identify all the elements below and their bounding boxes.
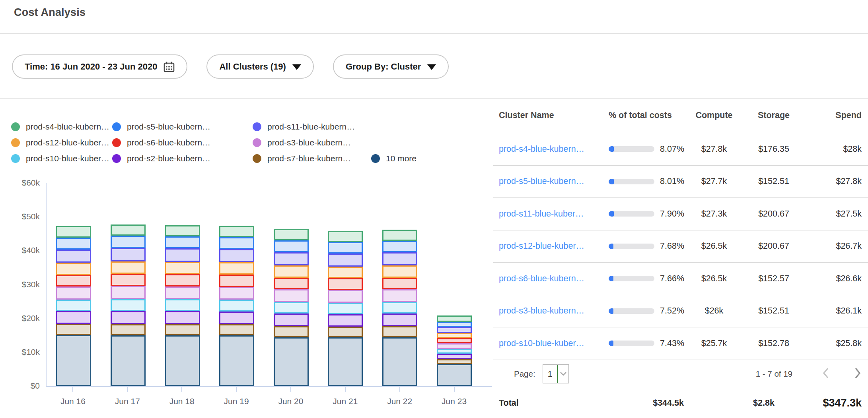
bar-segment[interactable] — [165, 236, 200, 249]
bar-segment[interactable] — [274, 337, 309, 387]
bar-segment[interactable] — [56, 311, 91, 324]
bar-segment[interactable] — [219, 335, 254, 386]
bar-segment[interactable] — [274, 278, 309, 290]
bar-segment[interactable] — [437, 354, 472, 359]
bar-segment[interactable] — [328, 327, 363, 337]
bar-segment[interactable] — [165, 286, 200, 299]
bar-segment[interactable] — [328, 231, 363, 242]
time-range-button[interactable]: Time: 16 Jun 2020 - 23 Jun 2020 — [12, 54, 187, 79]
bar-segment[interactable] — [437, 338, 472, 343]
legend-item[interactable]: prod-s5-blue-kubern… — [112, 119, 210, 135]
bar-segment[interactable] — [165, 225, 200, 236]
bar-segment[interactable] — [56, 286, 91, 299]
bar-segment[interactable] — [382, 265, 417, 278]
bar-segment[interactable] — [274, 326, 309, 337]
bar-segment[interactable] — [274, 229, 309, 240]
bar-segment[interactable] — [382, 314, 417, 326]
bar-segment[interactable] — [274, 302, 309, 314]
bar-segment[interactable] — [437, 322, 472, 327]
bar-segment[interactable] — [56, 300, 91, 311]
bar-segment[interactable] — [111, 248, 146, 261]
bar-segment[interactable] — [382, 278, 417, 290]
bar-segment[interactable] — [165, 248, 200, 261]
bar-segment[interactable] — [382, 241, 417, 253]
bar-segment[interactable] — [165, 274, 200, 286]
legend-item[interactable]: prod-s3-blue-kubern… — [253, 135, 351, 151]
bar-segment[interactable] — [111, 311, 146, 324]
bar-segment[interactable] — [382, 289, 417, 302]
bar-segment[interactable] — [56, 275, 91, 287]
bar-segment[interactable] — [219, 275, 254, 287]
bar-segment[interactable] — [437, 349, 472, 354]
bar-segment[interactable] — [219, 226, 254, 237]
cluster-name-link[interactable]: prod-s4-blue-kubern… — [499, 144, 584, 154]
bar-segment[interactable] — [382, 230, 417, 241]
prev-page-button[interactable] — [821, 367, 831, 381]
bar-segment[interactable] — [382, 252, 417, 265]
bar-segment[interactable] — [437, 327, 472, 333]
stacked-bar-jun-23[interactable] — [437, 315, 472, 386]
bar-segment[interactable] — [56, 263, 91, 275]
next-page-button[interactable] — [853, 367, 862, 381]
group-by-button[interactable]: Group By: Cluster — [333, 54, 449, 79]
bar-segment[interactable] — [328, 278, 363, 290]
bar-segment[interactable] — [56, 324, 91, 335]
bar-segment[interactable] — [111, 286, 146, 299]
bar-segment[interactable] — [437, 364, 472, 386]
bar-segment[interactable] — [274, 252, 309, 265]
bar-segment[interactable] — [111, 324, 146, 335]
bar-segment[interactable] — [274, 240, 309, 252]
bar-segment[interactable] — [437, 343, 472, 349]
bar-segment[interactable] — [328, 254, 363, 266]
stacked-bar-jun-16[interactable] — [56, 226, 91, 386]
legend-item[interactable]: prod-s6-blue-kubern… — [112, 135, 210, 151]
bar-segment[interactable] — [219, 300, 254, 312]
stacked-bar-jun-18[interactable] — [165, 225, 200, 386]
bar-segment[interactable] — [437, 315, 472, 322]
legend-item[interactable]: prod-s4-blue-kubern… — [11, 119, 109, 135]
cluster-name-link[interactable]: prod-s5-blue-kubern… — [499, 176, 584, 186]
bar-segment[interactable] — [56, 238, 91, 250]
bar-segment[interactable] — [382, 337, 417, 387]
legend-item[interactable]: 10 more — [371, 151, 416, 166]
bar-segment[interactable] — [219, 312, 254, 324]
bar-segment[interactable] — [219, 237, 254, 249]
bar-segment[interactable] — [165, 311, 200, 324]
bar-segment[interactable] — [165, 262, 200, 275]
bar-segment[interactable] — [56, 226, 91, 238]
bar-segment[interactable] — [328, 314, 363, 327]
bar-segment[interactable] — [56, 335, 91, 387]
stacked-bar-jun-22[interactable] — [382, 230, 417, 386]
stacked-bar-jun-17[interactable] — [111, 224, 146, 386]
bar-segment[interactable] — [165, 324, 200, 335]
bar-segment[interactable] — [111, 236, 146, 248]
bar-segment[interactable] — [111, 274, 146, 286]
bar-segment[interactable] — [328, 290, 363, 303]
legend-item[interactable]: prod-s10-blue-kuber… — [11, 151, 109, 166]
bar-segment[interactable] — [219, 249, 254, 262]
cluster-name-link[interactable]: prod-s3-blue-kubern… — [499, 306, 584, 315]
bar-segment[interactable] — [111, 261, 146, 274]
bar-segment[interactable] — [274, 289, 309, 302]
bar-segment[interactable] — [219, 262, 254, 275]
legend-item[interactable]: prod-s12-blue-kuber… — [11, 135, 109, 151]
page-select[interactable]: 1 — [543, 364, 569, 383]
stacked-bar-jun-20[interactable] — [274, 229, 309, 386]
stacked-bar-jun-21[interactable] — [328, 231, 363, 386]
bar-segment[interactable] — [382, 302, 417, 314]
cluster-name-link[interactable]: prod-s11-blue-kuber… — [499, 209, 584, 219]
clusters-filter-button[interactable]: All Clusters (19) — [206, 54, 314, 79]
bar-segment[interactable] — [382, 326, 417, 337]
legend-item[interactable]: prod-s11-blue-kubern… — [253, 119, 355, 135]
bar-segment[interactable] — [328, 337, 363, 386]
legend-item[interactable]: prod-s2-blue-kubern… — [112, 151, 210, 166]
bar-segment[interactable] — [437, 359, 472, 364]
bar-segment[interactable] — [56, 250, 91, 263]
bar-segment[interactable] — [328, 267, 363, 279]
bar-segment[interactable] — [328, 242, 363, 254]
bar-segment[interactable] — [219, 324, 254, 335]
cluster-name-link[interactable]: prod-s12-blue-kuber… — [499, 241, 584, 251]
bar-segment[interactable] — [165, 335, 200, 386]
bar-segment[interactable] — [111, 224, 146, 236]
bar-segment[interactable] — [437, 333, 472, 339]
